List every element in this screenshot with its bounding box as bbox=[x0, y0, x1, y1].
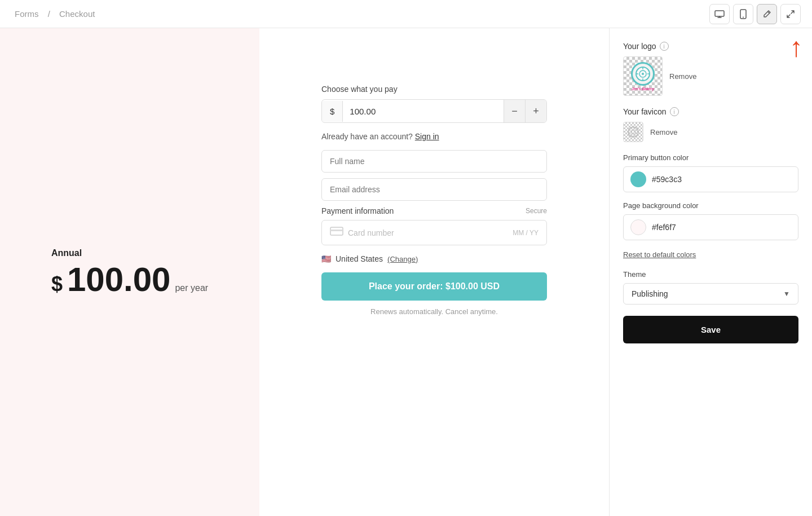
edit-button[interactable] bbox=[757, 4, 777, 24]
amount-input[interactable] bbox=[343, 101, 504, 122]
decrement-button[interactable]: − bbox=[504, 100, 525, 122]
theme-section: Theme Publishing ▼ bbox=[623, 270, 798, 305]
favicon-section-title: Your favicon i bbox=[623, 107, 798, 116]
pricing-currency: $ bbox=[51, 274, 63, 294]
card-date-placeholder[interactable]: MM / YY bbox=[513, 229, 539, 237]
checkout-form: Choose what you pay $ − + Already have a… bbox=[321, 51, 547, 316]
place-order-button[interactable]: Place your order: $100.00 USD bbox=[321, 272, 547, 301]
breadcrumb-separator: / bbox=[48, 9, 50, 19]
top-nav: Forms / Checkout bbox=[0, 0, 812, 28]
payment-header: Payment information Secure bbox=[321, 206, 547, 215]
svg-point-2 bbox=[743, 16, 744, 17]
logo-row: Jen's Bakery Remove bbox=[623, 56, 798, 96]
sign-in-row: Already have an account? Sign in bbox=[321, 132, 547, 141]
logo-circle bbox=[631, 62, 655, 86]
amount-row: $ − + bbox=[321, 99, 547, 123]
bg-color-input-row[interactable]: #fef6f7 bbox=[623, 214, 798, 240]
primary-color-value[interactable]: #59c3c3 bbox=[652, 175, 682, 184]
card-number-placeholder[interactable]: Card number bbox=[348, 228, 394, 237]
choose-pay-label: Choose what you pay bbox=[321, 85, 547, 94]
logo-bakery-text: Jen's Bakery bbox=[632, 87, 654, 91]
country-name: United States bbox=[336, 254, 383, 263]
reset-colors-link[interactable]: Reset to default colors bbox=[623, 250, 696, 259]
pricing-value: 100.00 bbox=[67, 263, 171, 297]
primary-color-label: Primary button color bbox=[623, 153, 798, 162]
increment-button[interactable]: + bbox=[525, 100, 546, 122]
primary-color-section: Primary button color #59c3c3 bbox=[623, 153, 798, 192]
settings-panel: ↑ Your logo i Jen's Bakery bbox=[609, 28, 812, 516]
desktop-view-button[interactable] bbox=[709, 4, 730, 24]
sign-in-text: Already have an account? bbox=[321, 132, 413, 141]
expand-button[interactable] bbox=[780, 4, 801, 24]
sign-in-link[interactable]: Sign in bbox=[415, 132, 439, 141]
favicon-label: Your favicon bbox=[623, 107, 667, 116]
card-icon bbox=[330, 227, 343, 239]
chevron-down-icon: ▼ bbox=[783, 290, 790, 298]
pricing-info: Annual $ 100.00 per year bbox=[29, 226, 231, 319]
remove-logo-link[interactable]: Remove bbox=[669, 72, 696, 81]
bg-color-section: Page background color #fef6f7 bbox=[623, 201, 798, 240]
svg-point-7 bbox=[642, 73, 644, 75]
currency-symbol: $ bbox=[322, 101, 343, 122]
breadcrumb-checkout[interactable]: Checkout bbox=[59, 9, 95, 19]
upload-arrow-icon: ↑ bbox=[789, 34, 803, 61]
favicon-row: Remove bbox=[623, 122, 798, 142]
bg-color-value[interactable]: #fef6f7 bbox=[652, 223, 676, 232]
change-country-link[interactable]: (Change) bbox=[387, 255, 418, 263]
logo-info-icon[interactable]: i bbox=[660, 42, 669, 51]
favicon-info-icon[interactable]: i bbox=[670, 107, 679, 116]
renews-text: Renews automatically. Cancel anytime. bbox=[321, 307, 547, 316]
pricing-period: Annual bbox=[51, 248, 208, 258]
payment-label: Payment information bbox=[321, 206, 394, 215]
remove-favicon-link[interactable]: Remove bbox=[650, 128, 677, 136]
save-button[interactable]: Save bbox=[623, 316, 798, 343]
breadcrumb-forms[interactable]: Forms bbox=[15, 9, 39, 19]
logo-label: Your logo bbox=[623, 42, 656, 51]
primary-color-input-row[interactable]: #59c3c3 bbox=[623, 166, 798, 192]
full-name-input[interactable] bbox=[321, 150, 547, 173]
center-panel: Choose what you pay $ − + Already have a… bbox=[259, 28, 609, 516]
svg-point-9 bbox=[631, 130, 636, 134]
svg-rect-4 bbox=[330, 230, 343, 231]
main-layout: Annual $ 100.00 per year Choose what you… bbox=[0, 0, 812, 516]
left-panel: Annual $ 100.00 per year bbox=[0, 28, 259, 516]
favicon-thumbnail[interactable] bbox=[623, 122, 643, 142]
theme-label: Theme bbox=[623, 270, 798, 279]
card-row: Card number MM / YY bbox=[321, 220, 547, 245]
email-input[interactable] bbox=[321, 178, 547, 201]
bg-color-label: Page background color bbox=[623, 201, 798, 210]
country-row: 🇺🇸 United States (Change) bbox=[321, 254, 547, 263]
per-year-label: per year bbox=[175, 284, 208, 293]
svg-rect-0 bbox=[715, 11, 724, 16]
secure-label: Secure bbox=[526, 207, 547, 215]
pricing-amount: $ 100.00 per year bbox=[51, 263, 208, 297]
breadcrumb: Forms / Checkout bbox=[11, 9, 98, 19]
theme-value: Publishing bbox=[632, 289, 668, 298]
logo-thumbnail[interactable]: Jen's Bakery bbox=[623, 56, 663, 96]
primary-color-swatch[interactable] bbox=[630, 171, 646, 187]
nav-icons bbox=[709, 4, 801, 24]
theme-select[interactable]: Publishing ▼ bbox=[623, 283, 798, 305]
mobile-view-button[interactable] bbox=[733, 4, 753, 24]
country-flag: 🇺🇸 bbox=[321, 254, 331, 263]
logo-section-title: Your logo i bbox=[623, 42, 798, 51]
bg-color-swatch[interactable] bbox=[630, 219, 646, 235]
card-left: Card number bbox=[330, 227, 394, 239]
